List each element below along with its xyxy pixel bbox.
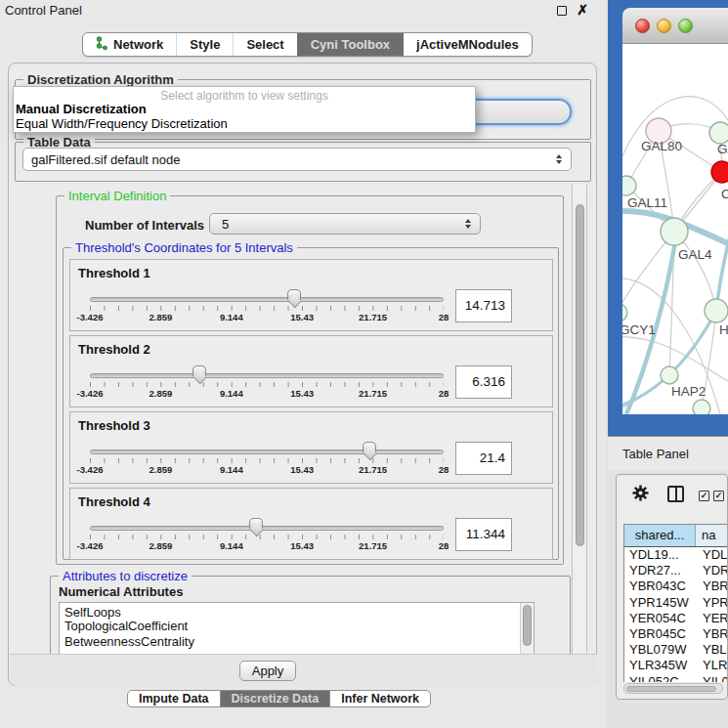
threshold-slider[interactable]: -3.426 2.859 9.144 15.43 21.715 28 <box>90 412 444 485</box>
slider-ticks <box>90 306 444 311</box>
tab-label: Select <box>246 37 283 52</box>
table-row[interactable]: YDL19...YDL1 <box>624 547 728 563</box>
cell[interactable]: YBL079W <box>624 642 696 658</box>
cell[interactable]: YER054C <box>624 611 696 626</box>
threshold-value-field[interactable]: 21.4 <box>455 442 512 475</box>
cell[interactable]: YBL0 <box>696 642 728 658</box>
number-of-intervals-spinner[interactable]: 5 <box>209 213 481 235</box>
list-item[interactable]: BetweennessCentrality <box>60 634 534 650</box>
table-row[interactable]: YBR043CYBR0 <box>624 578 728 594</box>
cell[interactable]: YIL052C <box>624 674 696 683</box>
slider-thumb[interactable] <box>363 442 376 452</box>
cell[interactable]: YER0 <box>696 611 728 626</box>
node-label: HAP2 <box>671 384 706 399</box>
node-hap2[interactable] <box>661 366 678 384</box>
threshold-value-field[interactable]: 6.316 <box>455 365 512 399</box>
table-horizontal-scrollbar[interactable] <box>623 683 723 694</box>
threshold-slider[interactable]: -3.426 2.859 9.144 15.43 21.715 28 <box>90 260 444 332</box>
gear-icon[interactable] <box>631 484 650 506</box>
table-row[interactable]: YER054CYER0 <box>624 611 728 626</box>
zoom-traffic-light-icon[interactable] <box>678 19 693 33</box>
slider-thumb[interactable] <box>249 518 263 529</box>
tick-label: 9.144 <box>220 388 243 399</box>
tab-label: Cyni Toolbox <box>311 37 390 52</box>
cell[interactable]: YBR0 <box>696 578 728 594</box>
node-gcy1[interactable] <box>622 304 627 321</box>
table-row[interactable]: YBR045CYBR0 <box>624 626 728 642</box>
network-canvas[interactable]: GAL80 GA C GAL11 GAL4 GCY1 H HAP2 <box>622 44 728 414</box>
table-row[interactable]: YDR27...YDR2 <box>624 563 728 578</box>
slider-ticks <box>90 535 444 539</box>
cell[interactable]: YBR045C <box>624 626 696 642</box>
node-label: GAL11 <box>627 195 667 210</box>
list-item[interactable]: SelfLoops <box>60 603 534 619</box>
close-icon[interactable]: ✗ <box>577 2 588 18</box>
cell[interactable]: YIL0 <box>696 674 728 683</box>
slider-tick-labels: -3.426 2.859 9.144 15.43 21.715 28 <box>90 388 444 400</box>
cell[interactable]: YDL19... <box>624 547 696 563</box>
tab-network[interactable]: Network <box>83 33 176 56</box>
slider-track[interactable] <box>90 297 444 302</box>
table-row[interactable]: YBL079WYBL0 <box>624 642 728 658</box>
node-h[interactable] <box>705 299 728 322</box>
tab-jactivemnodules[interactable]: jActiveMNodules <box>403 33 532 56</box>
tab-select[interactable]: Select <box>233 33 296 56</box>
split-columns-icon[interactable] <box>667 486 684 502</box>
threshold-value-field[interactable]: 14.713 <box>455 289 512 322</box>
float-window-icon[interactable] <box>557 6 567 16</box>
node-gal4[interactable] <box>661 218 688 245</box>
select-none-checkbox-icon[interactable]: ✓ <box>713 491 724 501</box>
threshold-slider[interactable]: -3.426 2.859 9.144 15.43 21.715 28 <box>90 336 444 408</box>
scrollbar-thumb[interactable] <box>626 686 716 692</box>
network-graph: GAL80 GA C GAL11 GAL4 GCY1 H HAP2 <box>622 44 728 414</box>
tab-cyni-toolbox[interactable]: Cyni Toolbox <box>297 33 403 56</box>
tab-style[interactable]: Style <box>176 33 233 56</box>
slider-thumb[interactable] <box>193 365 206 376</box>
slider-track[interactable] <box>90 373 444 378</box>
table-row[interactable]: YLR345WYLR3 <box>624 658 728 673</box>
dropdown-item-manual[interactable]: Manual Discretization <box>14 102 475 116</box>
table-data-combobox[interactable]: galFiltered.sif default node <box>22 148 572 171</box>
minimize-traffic-light-icon[interactable] <box>657 19 671 33</box>
node-gal11[interactable] <box>622 176 636 195</box>
node-red-selected[interactable] <box>711 161 728 183</box>
cell[interactable]: YLR345W <box>624 658 696 673</box>
cell[interactable]: YPR145W <box>624 595 696 611</box>
settings-vertical-scrollbar[interactable] <box>572 185 587 654</box>
threshold-slider[interactable]: -3.426 2.859 9.144 15.43 21.715 28 <box>90 489 444 561</box>
select-all-checkbox-icon[interactable]: ✓ <box>699 491 709 501</box>
list-scrollbar[interactable] <box>520 603 534 654</box>
scrollbar-thumb[interactable] <box>576 204 584 546</box>
tab-discretize-data[interactable]: Discretize Data <box>220 691 330 707</box>
threshold-value-field[interactable]: 11.344 <box>455 518 512 551</box>
cell[interactable]: YBR043C <box>624 578 696 594</box>
column-header-shared-name[interactable]: shared... <box>624 525 696 546</box>
tick-label: 28 <box>439 312 450 322</box>
cell[interactable]: YPR1 <box>696 595 728 611</box>
column-header-name[interactable]: na <box>696 525 728 546</box>
dropdown-item-equal-width[interactable]: Equal Width/Frequency Discretization <box>14 116 475 131</box>
slider-track[interactable] <box>90 526 444 531</box>
thresholds-group: Threshold's Coordinates for 5 Intervals … <box>63 247 559 560</box>
slider-track[interactable] <box>90 450 444 454</box>
slider-thumb[interactable] <box>287 289 301 300</box>
close-traffic-light-icon[interactable] <box>635 19 650 33</box>
tick-label: 2.859 <box>150 540 173 551</box>
table-body[interactable]: YDL19...YDL1 YDR27...YDR2 YBR043CYBR0 YP… <box>623 547 728 682</box>
cell[interactable]: YDR27... <box>624 563 696 578</box>
node-ga[interactable] <box>709 122 728 144</box>
numerical-attributes-list[interactable]: SelfLoops TopologicalCoefficient Between… <box>59 602 535 654</box>
list-item[interactable]: TopologicalCoefficient <box>60 619 534 634</box>
cell[interactable]: YDL1 <box>696 547 728 563</box>
apply-button[interactable]: Apply <box>239 661 296 681</box>
tab-infer-network[interactable]: Infer Network <box>329 691 430 707</box>
table-panel-titlebar: Table Panel <box>608 436 728 470</box>
node-bottom[interactable] <box>693 400 710 414</box>
cell[interactable]: YLR3 <box>696 658 728 673</box>
cell[interactable]: YDR2 <box>696 563 728 578</box>
cell[interactable]: YBR0 <box>696 626 728 642</box>
tab-impute-data[interactable]: Impute Data <box>128 691 220 707</box>
table-row[interactable]: YIL052CYIL0 <box>624 674 728 683</box>
node-label: H <box>719 322 728 337</box>
table-row[interactable]: YPR145WYPR1 <box>624 595 728 611</box>
